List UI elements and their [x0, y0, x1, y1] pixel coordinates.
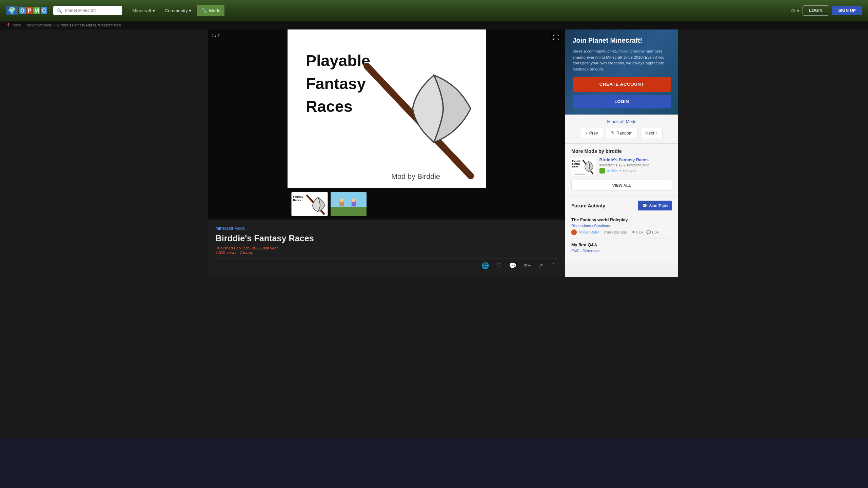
views-stat: 👁 8.8k	[702, 256, 715, 260]
nav-mods-label: Mods	[232, 9, 245, 15]
mod-info: Birddie's Fantasy Races Minecraft 1.12.2…	[666, 175, 747, 193]
mod-author: birddie • last year	[666, 187, 747, 193]
main-image: Playable Fantasy Races Mod by Birddie	[319, 33, 540, 209]
nav-links: Minecraft ▾ Community ▾ 🔧 Mods	[142, 6, 868, 18]
right-sidebar: Join Planet Minecraft! We're a community…	[628, 33, 753, 307]
random-button[interactable]: ↻ Random	[673, 142, 709, 154]
views-count: 2,010 views · 2 today	[239, 278, 281, 283]
join-card-description: We're a community of 4.5 million creativ…	[636, 54, 745, 80]
globe-icon[interactable]: 🌐	[534, 290, 545, 301]
share-icon[interactable]: ↗	[597, 290, 605, 301]
mod-image-svg: Playable Fantasy Races Mod by Birddie	[319, 33, 540, 209]
refresh-icon: ↻	[679, 145, 683, 151]
mods-category-link[interactable]: Minecraft Mods	[674, 133, 707, 138]
mod-subtitle: Minecraft 1.12.2 Aesthetic Mod	[666, 181, 747, 185]
comments-stat: 💬 1.8k	[718, 256, 732, 260]
forum-time-0: 2 minutes ago	[671, 256, 696, 260]
forum-item-1: My first Q&A PMC › Discussion	[635, 266, 747, 287]
eye-icon: 👁	[702, 256, 706, 260]
forum-stats-0: 👁 8.8k 💬 1.8k	[702, 256, 732, 260]
page-inner: 1 / 2 ⛶ Playable Fantasy Races	[211, 33, 753, 307]
mods-icon: 🔧	[223, 8, 230, 15]
forum-item-title-1: My first Q&A	[635, 270, 747, 275]
comment-count-icon: 💬	[718, 256, 723, 260]
heart-icon[interactable]: ♡	[550, 290, 559, 301]
nav-mods[interactable]: 🔧 Mods	[219, 6, 250, 18]
image-counter: 1 / 2	[235, 37, 244, 41]
published-label: Published Feb 15th, 2023, last year	[239, 273, 309, 278]
next-button[interactable]: Next ›	[711, 142, 736, 154]
breadcrumb-current: Birddie's Fantasy Races Minecraft Mod	[64, 26, 134, 30]
svg-text:Fantasy: Fantasy	[326, 217, 337, 220]
mod-title-link[interactable]: Birddie's Fantasy Races	[666, 175, 721, 181]
start-topic-button[interactable]: 💬 Start Topic	[709, 223, 747, 234]
comment-start-icon: 💬	[713, 226, 719, 231]
more-icon[interactable]: ⋮	[610, 290, 620, 301]
join-pmc-card: Join Planet Minecraft! We're a community…	[628, 33, 753, 127]
author-name: birddie	[674, 188, 686, 192]
location-icon: 📍	[7, 26, 12, 30]
post-meta: Published Feb 15th, 2023, last year 2,01…	[239, 273, 620, 283]
list-icon[interactable]: ≡+	[580, 290, 591, 301]
svg-text:Mod by Birddie: Mod by Birddie	[639, 193, 650, 195]
next-icon: ›	[729, 145, 731, 150]
forum-activity-section: Forum Activity 💬 Start Topic The Fantasy…	[628, 218, 753, 292]
comment-icon[interactable]: 💬	[564, 290, 575, 301]
top-navigation: 🌍 O P M C 🔍 Minecraft ▾ Community ▾	[0, 0, 868, 24]
forum-breadcrumb-1: PMC › Discussion	[635, 276, 747, 281]
breadcrumb-home[interactable]: 📍 Home	[7, 26, 25, 30]
post-actions: 🌐 ♡ 💬 ≡+ ↗ ⋮	[239, 287, 620, 301]
breadcrumb-mods[interactable]: Minecraft Mods	[30, 26, 58, 30]
author-time: last year	[692, 188, 707, 192]
